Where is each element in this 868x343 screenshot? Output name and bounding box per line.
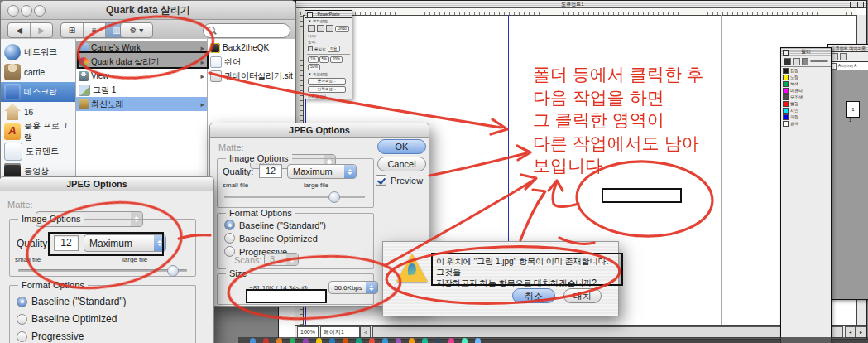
dock-icon[interactable] [462, 338, 468, 343]
powerpaste-section1[interactable]: ▼ 크기설정 [305, 18, 352, 24]
doc-zoom-box[interactable] [850, 2, 856, 8]
sidebar-item-carrie[interactable]: carrie [1, 62, 75, 82]
powerpaste-section2[interactable]: ▼ 속성설정 [305, 71, 352, 77]
search-input[interactable] [203, 23, 290, 38]
finder-titlebar[interactable]: Quark data 살리기 [1, 1, 295, 20]
list-view-button[interactable]: ≡ [84, 23, 106, 37]
column-item[interactable]: View ▸ [76, 69, 207, 83]
dock-icon[interactable] [409, 338, 415, 343]
slider-thumb[interactable] [328, 191, 340, 203]
doc-window-titlebar[interactable]: 도큐먼트1 [279, 1, 866, 8]
dock-icon[interactable] [356, 338, 362, 343]
replace-button[interactable]: 대치 [563, 288, 602, 303]
dialog-title[interactable]: JPEG Options [0, 177, 213, 191]
grid-icon[interactable] [317, 25, 324, 32]
column-item[interactable]: 최신노래 ▸ [76, 97, 207, 111]
dock-icon[interactable] [396, 338, 401, 343]
color-row[interactable]: 마젠타 [781, 87, 831, 94]
format-radio[interactable]: Progressive [17, 331, 127, 342]
forward-button[interactable]: ▶ [31, 23, 52, 37]
dock-icon[interactable] [250, 338, 256, 343]
color-row[interactable]: 시안 [781, 107, 831, 114]
scroll-right-arrow[interactable]: ▸ [856, 326, 866, 338]
text-mode-icon[interactable] [802, 58, 809, 65]
apply-button[interactable]: 적용 [328, 46, 340, 52]
column-item[interactable]: 쉬어 [208, 55, 295, 69]
dock-icon[interactable] [448, 338, 454, 343]
page-1-thumbnail[interactable]: 1 [846, 101, 860, 118]
doc-collapse-box[interactable] [857, 2, 864, 8]
dock-icon[interactable] [435, 338, 441, 343]
zoom-button[interactable] [34, 5, 46, 17]
color-row[interactable]: 노랑 [781, 74, 831, 80]
char-attr-button[interactable]: 문자속성… [308, 78, 346, 85]
dialog-title[interactable]: JPEG Options [210, 123, 429, 138]
format-radio[interactable]: Baseline ("Standard") [224, 220, 326, 230]
dock-icon[interactable] [276, 338, 282, 343]
color-row[interactable]: 모조색 [781, 94, 831, 100]
doc-horizontal-scrollbar[interactable] [372, 326, 843, 338]
column-item[interactable]: 쿼데이터살리기.sit [208, 69, 295, 83]
para-attr-button[interactable]: 단락속성… [308, 86, 346, 93]
slider-thumb[interactable] [167, 265, 179, 277]
dock[interactable] [238, 337, 868, 343]
sidebar-item-desktop[interactable]: 데스크탑 [1, 82, 75, 102]
dock-icon[interactable] [343, 338, 348, 343]
quality-field[interactable]: 12 [259, 164, 282, 178]
percent-button[interactable]: 50% [308, 64, 320, 70]
icon-view-button[interactable]: ⊞ [61, 23, 84, 37]
dock-icon[interactable] [263, 338, 269, 343]
format-radio[interactable]: Baseline ("Standard") [17, 296, 127, 307]
layout-palette-titlebar[interactable]: 도큐먼트 레이아웃 [828, 45, 868, 52]
cancel-button-korean[interactable]: 취소 [512, 288, 555, 303]
color-row[interactable]: 흰색 [781, 120, 831, 127]
column-item[interactable]: Back2theQK [208, 41, 295, 55]
sidebar-item-network[interactable]: 네트워크 [1, 42, 75, 62]
minimize-button[interactable] [21, 5, 32, 17]
colors-palette-titlebar[interactable]: 컬러 [781, 48, 831, 56]
sidebar-item-documents[interactable]: 도큐멘트 [1, 142, 75, 162]
dock-icon[interactable] [475, 338, 481, 343]
frame-mode-icon[interactable] [793, 58, 800, 65]
gear-icon[interactable]: ⚙ ▾ [121, 23, 152, 37]
format-radio[interactable]: Baseline Optimized [224, 233, 326, 244]
scroll-left-arrow[interactable]: ◂ [845, 326, 856, 338]
preview-checkbox[interactable]: Preview [376, 175, 423, 186]
quality-slider[interactable] [18, 269, 187, 272]
percent-button[interactable]: 20% [330, 56, 343, 63]
cancel-button[interactable]: Cancel [377, 157, 426, 172]
undo-button[interactable]: Undo [335, 26, 349, 32]
page-popup[interactable]: 페이지1 [320, 326, 360, 338]
page-grabber[interactable]: ◃ [360, 326, 371, 338]
sidebar-item-home[interactable]: 16 [1, 102, 75, 122]
dock-icon[interactable] [422, 338, 428, 343]
paste-icon[interactable] [308, 25, 315, 32]
column-item[interactable]: 그림 1 [76, 83, 207, 97]
solid-mode-icon[interactable] [784, 58, 791, 65]
uniform-checkbox[interactable] [308, 46, 313, 51]
color-row[interactable]: 빨강 [781, 100, 831, 107]
color-row[interactable]: 검정 [781, 67, 831, 74]
close-button[interactable] [7, 5, 19, 17]
quality-slider[interactable] [224, 196, 365, 198]
dock-icon[interactable] [382, 338, 388, 343]
percent-button[interactable]: 5% [319, 56, 330, 63]
shade-popup[interactable] [810, 60, 828, 62]
dock-icon[interactable] [290, 338, 295, 343]
palette-close-icon[interactable] [307, 12, 313, 18]
powerpaste-titlebar[interactable]: PowerPaste [305, 11, 352, 18]
format-radio[interactable]: Baseline Optimized [17, 313, 127, 325]
zoom-field[interactable]: 100% [297, 326, 319, 338]
percent-button[interactable]: 1% [308, 56, 319, 63]
rate-popup[interactable]: 56.6Kbps [328, 281, 378, 294]
scans-popup[interactable]: 3 [264, 253, 299, 266]
color-row[interactable]: 파랑 [781, 114, 831, 120]
dock-icon[interactable] [316, 338, 322, 343]
palette-close-icon[interactable] [783, 50, 789, 56]
master-page-icon[interactable] [840, 53, 847, 60]
dock-icon[interactable] [369, 338, 375, 343]
dock-icon[interactable] [329, 338, 335, 343]
sidebar-item-applications[interactable]: 응용 프로그램 [1, 122, 75, 142]
dock-icon[interactable] [303, 338, 309, 343]
color-row[interactable]: 녹색 [781, 80, 831, 87]
